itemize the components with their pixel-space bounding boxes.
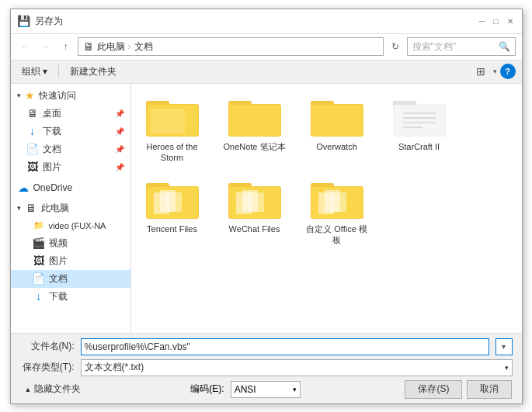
encoding-chevron: ▾ (293, 386, 297, 393)
titlebar-left: 💾 另存为 (17, 15, 63, 28)
file-row-2: Tencent Files WeChat Files (137, 172, 516, 249)
sidebar-item-documents[interactable]: 📄 文档 📌 (11, 140, 130, 158)
file-item-onenote[interactable]: OneNote 笔记本 (220, 90, 290, 167)
desktop-label: 桌面 (43, 107, 61, 120)
videos-icon: 🎬 (33, 237, 45, 249)
search-icon: 🔍 (499, 41, 510, 52)
encoding-area: 编码(E): ANSI ▾ (190, 381, 300, 398)
refresh-button[interactable]: ↻ (387, 38, 404, 55)
filename-dropdown-button[interactable]: ▾ (495, 338, 513, 355)
search-placeholder: 搜索"文档" (412, 40, 457, 54)
dialog-title: 另存为 (35, 15, 63, 28)
search-bar[interactable]: 搜索"文档" 🔍 (407, 37, 516, 56)
view-button[interactable]: ⊞ (471, 63, 490, 80)
back-button[interactable]: ← (17, 38, 34, 55)
toolbar-separator (58, 65, 59, 78)
file-item-wechat[interactable]: WeChat Files (220, 172, 290, 249)
folder-icon-heroes (144, 93, 200, 140)
quick-access-chevron: ▾ (17, 92, 21, 99)
filetype-value: 文本文档(*.txt) (85, 361, 505, 374)
quick-access-star: ★ (25, 89, 35, 102)
file-item-tencent[interactable]: Tencent Files (137, 172, 207, 249)
help-button[interactable]: ? (500, 64, 516, 79)
svg-rect-28 (249, 192, 264, 212)
sidebar-item-desktop[interactable]: 🖥 桌面 📌 (11, 105, 130, 123)
filetype-select[interactable]: 文本文档(*.txt) ▾ (81, 359, 513, 376)
file-item-heroes[interactable]: Heroes of the Storm (137, 90, 207, 167)
thispc-label: 此电脑 (41, 202, 69, 215)
hide-folder-button[interactable]: ▲ 隐藏文件夹 (20, 381, 86, 397)
pictures-pin: 📌 (115, 163, 124, 171)
bottom-area: 文件名(N): ▾ 保存类型(T): 文本文档(*.txt) ▾ ▲ 隐藏文件夹… (11, 333, 522, 403)
svg-rect-6 (229, 105, 280, 136)
up-button[interactable]: ↑ (57, 38, 75, 55)
svg-rect-3 (151, 109, 185, 133)
address-bar[interactable]: 🖥 此电脑 › 文档 (78, 37, 384, 56)
folder-icon-onenote (227, 93, 283, 140)
cancel-button[interactable]: 取消 (467, 380, 512, 399)
address-pc: 此电脑 (97, 40, 125, 54)
action-buttons: 保存(S) 取消 (405, 380, 512, 399)
pictures2-label: 图片 (49, 254, 68, 268)
sidebar-item-videos[interactable]: 🎬 视频 (11, 234, 130, 252)
sidebar-item-downloads2[interactable]: ↓ 下载 (11, 288, 130, 306)
toolbar-right: ⊞ ▾ ? (471, 63, 516, 80)
thispc-chevron: ▾ (17, 204, 21, 212)
dialog-icon: 💾 (17, 15, 30, 27)
file-label-starcraft: StarCraft II (398, 141, 440, 152)
hide-folder-label: 隐藏文件夹 (34, 383, 81, 396)
downloads-label: 下载 (43, 125, 61, 138)
toolbar: 组织 ▾ 新建文件夹 ⊞ ▾ ? (11, 61, 522, 84)
svg-rect-12 (394, 105, 445, 136)
pictures-icon: 🖼 (26, 161, 39, 173)
sidebar-item-pictures2[interactable]: 🖼 图片 (11, 252, 130, 270)
onedrive-label: OneDrive (33, 182, 73, 193)
folder-icon-tencent (144, 175, 200, 222)
downloads2-icon: ↓ (33, 290, 45, 303)
organize-button[interactable]: 组织 ▾ (17, 64, 52, 80)
close-button[interactable]: ✕ (505, 16, 516, 26)
svg-rect-9 (311, 105, 363, 136)
sidebar-item-documents2[interactable]: 📄 文档 (11, 270, 130, 288)
video-label: video (FUX-NA (49, 221, 106, 230)
view-chevron[interactable]: ▾ (493, 68, 497, 75)
action-row: ▲ 隐藏文件夹 编码(E): ANSI ▾ 保存(S) 取消 (20, 380, 513, 399)
sidebar-item-onedrive[interactable]: ☁ OneDrive (11, 179, 130, 196)
new-folder-button[interactable]: 新建文件夹 (65, 64, 121, 80)
svg-rect-34 (331, 192, 346, 212)
sidebar-item-video[interactable]: 📁 video (FUX-NA (11, 217, 130, 234)
pictures-label: 图片 (43, 161, 61, 174)
navbar: ← → ↑ 🖥 此电脑 › 文档 ↻ 搜索"文档" 🔍 (11, 34, 522, 61)
filename-row: 文件名(N): ▾ (20, 338, 513, 355)
forward-button[interactable]: → (37, 38, 54, 55)
folder-icon-wechat (227, 175, 283, 222)
address-folder: 文档 (134, 40, 153, 54)
folder-icon-starcraft (391, 93, 447, 140)
videos-label: 视频 (49, 237, 68, 250)
file-item-overwatch[interactable]: Overwatch (302, 90, 372, 167)
filename-input[interactable] (81, 338, 489, 355)
file-label-heroes: Heroes of the Storm (141, 141, 204, 164)
file-item-office[interactable]: 自定义 Office 模板 (302, 172, 372, 249)
sidebar-item-pictures[interactable]: 🖼 图片 📌 (11, 158, 130, 176)
file-grid: Heroes of the Storm OneNote 笔记本 (131, 84, 522, 333)
sidebar-item-thispc[interactable]: ▾ 🖥 此电脑 (11, 199, 130, 217)
main-area: ▾ ★ 快速访问 🖥 桌面 📌 ↓ 下载 📌 📄 文档 📌 🖼 图片 (11, 84, 522, 333)
onedrive-icon: ☁ (17, 182, 30, 194)
hide-folder-chevron: ▲ (25, 386, 32, 393)
sidebar-item-downloads[interactable]: ↓ 下载 📌 (11, 123, 130, 140)
save-button[interactable]: 保存(S) (405, 380, 462, 399)
svg-rect-22 (166, 192, 182, 212)
address-icon: 🖥 (83, 40, 94, 53)
downloads-icon: ↓ (26, 125, 39, 137)
documents-pin: 📌 (115, 145, 124, 154)
file-item-starcraft[interactable]: StarCraft II (384, 90, 454, 167)
sidebar: ▾ ★ 快速访问 🖥 桌面 📌 ↓ 下载 📌 📄 文档 📌 🖼 图片 (11, 84, 131, 333)
maximize-button[interactable]: □ (491, 16, 502, 26)
filetype-chevron: ▾ (505, 364, 509, 372)
file-label-wechat: WeChat Files (229, 223, 280, 234)
encoding-select[interactable]: ANSI ▾ (231, 381, 301, 398)
encoding-label: 编码(E): (190, 383, 224, 396)
minimize-button[interactable]: ─ (477, 16, 488, 26)
file-label-tencent: Tencent Files (147, 223, 197, 234)
